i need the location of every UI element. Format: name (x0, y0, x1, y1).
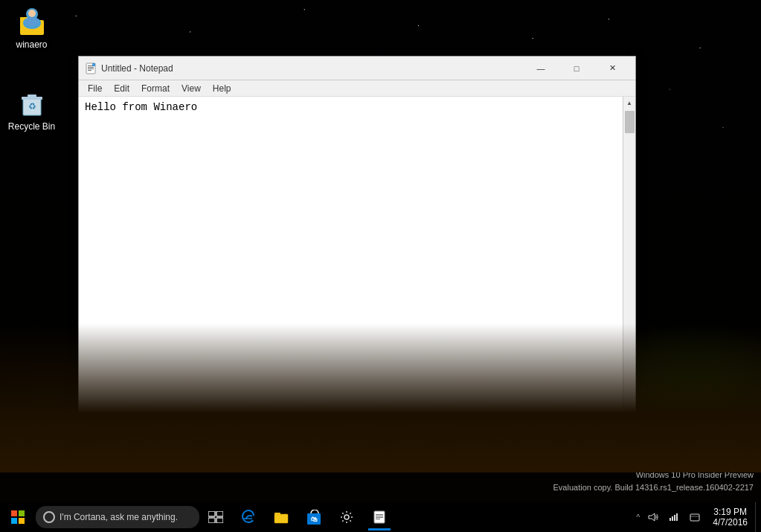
notepad-content: Hello from Winaero ▲ ▼ (79, 97, 635, 433)
notepad-titlebar[interactable]: Untitled - Notepad — □ ✕ (79, 57, 635, 80)
explorer-button[interactable] (265, 502, 298, 532)
tray-network-icon[interactable] (664, 502, 684, 532)
menu-help[interactable]: Help (207, 82, 237, 95)
winaero-icon (17, 7, 47, 36)
tray-volume-icon[interactable] (643, 502, 664, 532)
svg-rect-15 (88, 70, 91, 71)
cortana-search[interactable]: I'm Cortana, ask me anything. (36, 506, 199, 528)
tray-notification-icon[interactable] (684, 502, 705, 532)
settings-button[interactable] (330, 502, 363, 532)
svg-rect-41 (690, 514, 699, 521)
search-placeholder: I'm Cortana, ask me anything. (60, 512, 178, 522)
desktop-icon-recycle-bin[interactable]: ♻ Recycle Bin (4, 86, 60, 135)
svg-rect-35 (376, 519, 380, 519)
recycle-bin-icon: ♻ (17, 89, 47, 118)
taskbar: I'm Cortana, ask me anything. (0, 502, 761, 532)
svg-point-30 (344, 515, 349, 519)
maximize-button[interactable]: □ (559, 57, 594, 80)
svg-rect-22 (216, 511, 223, 516)
desktop-glow (538, 324, 761, 472)
svg-rect-18 (19, 510, 25, 516)
desktop-icon-winaero[interactable]: winaero (4, 4, 60, 53)
svg-rect-24 (216, 518, 223, 523)
menu-format[interactable]: Format (135, 82, 176, 95)
horizontal-scrollbar[interactable]: ◀ ▶ ⊿ (79, 433, 635, 446)
svg-text:🛍: 🛍 (311, 516, 318, 523)
notepad-taskbar-button[interactable] (363, 502, 396, 532)
svg-rect-17 (11, 510, 17, 516)
system-tray: ^ (634, 502, 761, 532)
scroll-right-arrow[interactable]: ▶ (610, 434, 623, 446)
svg-point-5 (25, 17, 39, 26)
svg-marker-36 (649, 513, 655, 521)
start-button[interactable] (0, 502, 36, 532)
build-info: Windows 10 Pro Insider Preview Evaluatio… (553, 469, 754, 495)
menu-file[interactable]: File (82, 82, 108, 95)
search-icon (43, 511, 55, 523)
window-controls: — □ ✕ (524, 57, 629, 80)
scrollbar-corner: ⊿ (623, 434, 635, 446)
svg-rect-20 (19, 518, 25, 524)
build-line1: Windows 10 Pro Insider Preview (553, 469, 754, 482)
svg-rect-33 (376, 516, 383, 516)
svg-rect-21 (208, 511, 215, 516)
svg-rect-13 (88, 67, 94, 68)
menu-edit[interactable]: Edit (108, 82, 135, 95)
edge-button[interactable] (232, 502, 265, 532)
store-button[interactable]: 🛍 (298, 502, 330, 532)
clock-time: 3:19 PM (713, 507, 747, 517)
svg-rect-19 (11, 518, 17, 524)
notepad-textarea[interactable]: Hello from Winaero (79, 97, 623, 433)
notepad-menubar: File Edit Format View Help (79, 80, 635, 97)
scroll-thumb-v[interactable] (625, 111, 635, 133)
scroll-left-arrow[interactable]: ◀ (79, 434, 91, 446)
winaero-label: winaero (7, 39, 57, 50)
svg-text:♻: ♻ (28, 101, 36, 112)
svg-rect-32 (376, 514, 383, 515)
svg-rect-38 (672, 516, 673, 521)
minimize-button[interactable]: — (524, 57, 558, 80)
svg-rect-14 (88, 68, 94, 69)
task-view-button[interactable] (199, 502, 232, 532)
svg-point-4 (28, 10, 36, 17)
svg-rect-16 (92, 63, 95, 66)
scroll-down-arrow[interactable]: ▼ (623, 420, 635, 433)
menu-view[interactable]: View (176, 82, 207, 95)
recycle-bin-label: Recycle Bin (7, 121, 57, 132)
clock-date: 4/7/2016 (713, 517, 748, 528)
svg-rect-23 (208, 518, 215, 523)
build-line2: Evaluation copy. Build 14316.rs1_release… (553, 481, 754, 495)
vertical-scrollbar[interactable]: ▲ ▼ (623, 97, 635, 433)
notepad-window: Untitled - Notepad — □ ✕ File Edit Forma… (78, 56, 636, 446)
close-button[interactable]: ✕ (595, 57, 629, 80)
notepad-window-icon (85, 63, 97, 74)
svg-rect-39 (674, 515, 675, 521)
svg-rect-34 (376, 517, 383, 518)
svg-rect-37 (670, 518, 671, 521)
desktop: winaero ♻ Recycle Bin (0, 0, 761, 532)
svg-rect-9 (28, 94, 36, 97)
scroll-track-v[interactable] (623, 109, 635, 420)
show-desktop-button[interactable] (755, 502, 761, 532)
tray-expand-button[interactable]: ^ (634, 513, 643, 522)
clock[interactable]: 3:19 PM 4/7/2016 (705, 502, 755, 532)
notepad-title: Untitled - Notepad (101, 63, 524, 74)
svg-rect-40 (676, 513, 678, 521)
scroll-up-arrow[interactable]: ▲ (623, 97, 635, 109)
scroll-track-h[interactable] (91, 434, 610, 446)
